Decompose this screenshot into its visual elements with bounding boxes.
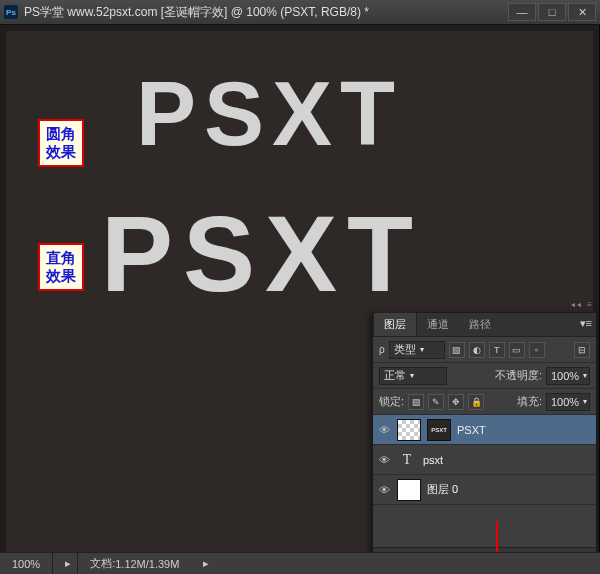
- lock-transparency-icon[interactable]: ▧: [408, 394, 424, 410]
- annotation-text: 直角: [46, 249, 76, 267]
- annotation-rounded: 圆角 效果: [38, 119, 84, 167]
- filter-pixel-icon[interactable]: ▧: [449, 342, 465, 358]
- text-layer-icon: T: [397, 450, 417, 470]
- filter-kind-icon: ρ: [379, 344, 385, 355]
- filter-type-icon[interactable]: T: [489, 342, 505, 358]
- window-title: PS学堂 www.52psxt.com [圣诞帽字效] @ 100% (PSXT…: [24, 4, 506, 21]
- status-bar: 100% ▸ 文档: 1.12M/1.39M ▸: [0, 552, 600, 574]
- canvas-text-sharp: PSXT: [101, 191, 423, 316]
- lock-pixels-icon[interactable]: ✎: [428, 394, 444, 410]
- panel-tabs: 图层 通道 路径 ▾≡: [373, 313, 596, 337]
- blend-row: 正常▾ 不透明度: 100%▾: [373, 363, 596, 389]
- layer-name[interactable]: psxt: [423, 454, 443, 466]
- filter-row: ρ 类型▾ ▧ ◐ T ▭ ▫ ⊟: [373, 337, 596, 363]
- opacity-label: 不透明度:: [495, 368, 542, 383]
- doc-size[interactable]: 文档: 1.12M/1.39M: [78, 553, 191, 574]
- blend-mode-select[interactable]: 正常▾: [379, 367, 447, 385]
- filter-type-select[interactable]: 类型▾: [389, 341, 445, 359]
- filter-smart-icon[interactable]: ▫: [529, 342, 545, 358]
- layers-panel: 图层 通道 路径 ▾≡ ρ 类型▾ ▧ ◐ T ▭ ▫ ⊟ 正常▾ 不透明度: …: [372, 312, 597, 570]
- tab-layers[interactable]: 图层: [373, 312, 417, 336]
- annotation-text: 圆角: [46, 125, 76, 143]
- layer-thumb[interactable]: PSXT: [427, 419, 451, 441]
- status-chevron-icon[interactable]: ▸: [53, 553, 78, 574]
- filter-adjust-icon[interactable]: ◐: [469, 342, 485, 358]
- annotation-text: 效果: [46, 267, 76, 285]
- canvas-text-rounded: PSXT: [136, 63, 403, 166]
- lock-position-icon[interactable]: ✥: [448, 394, 464, 410]
- visibility-toggle-icon[interactable]: 👁: [377, 453, 391, 467]
- filter-shape-icon[interactable]: ▭: [509, 342, 525, 358]
- layer-row[interactable]: 👁 PSXT PSXT: [373, 415, 596, 445]
- layer-row[interactable]: 👁 T psxt: [373, 445, 596, 475]
- panel-menu-icon[interactable]: ▾≡: [580, 317, 592, 330]
- lock-label: 锁定:: [379, 394, 404, 409]
- minimize-button[interactable]: —: [508, 3, 536, 21]
- visibility-toggle-icon[interactable]: 👁: [377, 483, 391, 497]
- layer-row[interactable]: 👁 图层 0: [373, 475, 596, 505]
- visibility-toggle-icon[interactable]: 👁: [377, 423, 391, 437]
- fill-input[interactable]: 100%▾: [546, 393, 590, 411]
- maximize-button[interactable]: □: [538, 3, 566, 21]
- layer-list: 👁 PSXT PSXT 👁 T psxt 👁 图层 0: [373, 415, 596, 547]
- filter-toggle-icon[interactable]: ⊟: [574, 342, 590, 358]
- app-icon: Ps: [4, 5, 18, 19]
- layer-name[interactable]: PSXT: [457, 424, 486, 436]
- tab-channels[interactable]: 通道: [417, 313, 459, 336]
- close-button[interactable]: ✕: [568, 3, 596, 21]
- annotation-text: 效果: [46, 143, 76, 161]
- panel-collapse-grip-icon[interactable]: ◂◂ ≡: [564, 300, 594, 310]
- layer-mask-thumb[interactable]: [397, 419, 421, 441]
- lock-row: 锁定: ▧ ✎ ✥ 🔒 填充: 100%▾: [373, 389, 596, 415]
- zoom-level[interactable]: 100%: [0, 553, 53, 574]
- tab-paths[interactable]: 路径: [459, 313, 501, 336]
- layer-name[interactable]: 图层 0: [427, 482, 458, 497]
- doc-size-label: 文档:: [90, 556, 115, 571]
- fill-label: 填充:: [517, 394, 542, 409]
- annotation-sharp: 直角 效果: [38, 243, 84, 291]
- window-titlebar: Ps PS学堂 www.52psxt.com [圣诞帽字效] @ 100% (P…: [0, 0, 600, 25]
- doc-size-value: 1.12M/1.39M: [115, 558, 179, 570]
- lock-all-icon[interactable]: 🔒: [468, 394, 484, 410]
- opacity-input[interactable]: 100%▾: [546, 367, 590, 385]
- layer-thumb[interactable]: [397, 479, 421, 501]
- status-menu-icon[interactable]: ▸: [191, 553, 215, 574]
